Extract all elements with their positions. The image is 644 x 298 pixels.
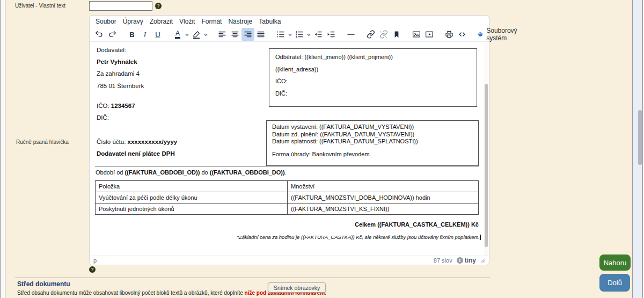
editor-toolbar: B I U A xyxy=(90,27,489,42)
indent-icon xyxy=(326,30,336,39)
highlight-color-chevron-icon[interactable] xyxy=(203,28,209,41)
customer-line: Odběratel: ((klient_jmeno)) ((klient_pri… xyxy=(275,54,471,61)
tiny-brand[interactable]: t tiny xyxy=(457,257,476,264)
editor-scrollbar[interactable] xyxy=(484,43,488,256)
scroll-up-button[interactable]: Nahoru xyxy=(599,255,631,271)
text-color-icon: A xyxy=(175,30,180,39)
image-button[interactable] xyxy=(410,28,423,41)
filesystem-button[interactable]: Souborový systém xyxy=(475,26,522,43)
bullet-list-button[interactable] xyxy=(274,28,287,41)
align-right-button[interactable] xyxy=(241,28,254,41)
link-icon xyxy=(366,30,376,39)
menu-view[interactable]: Zobrazit xyxy=(147,17,176,26)
items-header-row: Položka Množství xyxy=(96,181,479,192)
filesystem-icon xyxy=(478,30,483,39)
supplier-name: Petr Vyhnálek xyxy=(97,59,137,65)
redo-button[interactable] xyxy=(106,28,119,41)
items-row: Vyúčtování za péči podle délky úkonu ((F… xyxy=(96,192,479,203)
customer-line: IČO: xyxy=(275,78,471,85)
tiny-logo-icon: t xyxy=(457,257,463,264)
help-icon[interactable]: ? xyxy=(155,3,162,9)
indent-button[interactable] xyxy=(325,28,338,41)
align-center-icon xyxy=(230,30,240,39)
unlink-button[interactable] xyxy=(377,28,390,41)
date-taxable: Datum zd. plnění: ((FAKTURA_DATUM_VYSTAV… xyxy=(272,131,473,139)
align-left-icon xyxy=(217,30,227,39)
customer-line: ((klient_adresa)) xyxy=(275,66,471,73)
undo-icon xyxy=(94,30,104,39)
customer-line: DIČ: xyxy=(275,90,471,97)
underline-icon: U xyxy=(155,31,160,39)
page-scrollbar[interactable] xyxy=(632,0,644,298)
outdent-button[interactable] xyxy=(312,28,325,41)
section-heading: Střed dokumentu xyxy=(17,280,70,288)
bullet-list-chevron-icon[interactable] xyxy=(287,28,293,41)
numbered-list-chevron-icon[interactable] xyxy=(306,28,312,41)
menu-file[interactable]: Soubor xyxy=(92,17,120,26)
text-color-button[interactable]: A xyxy=(171,28,184,41)
resize-handle-icon[interactable] xyxy=(480,258,485,263)
help-icon[interactable]: ? xyxy=(89,266,96,273)
numbered-list-button[interactable] xyxy=(293,28,306,41)
media-icon xyxy=(425,30,434,39)
editor-content[interactable]: Dodavatel: Petr Vyhnálek Za zahradami 4 … xyxy=(90,42,489,257)
menu-format[interactable]: Formát xyxy=(198,17,225,26)
bold-icon: B xyxy=(129,31,134,39)
align-left-button[interactable] xyxy=(216,28,229,41)
link-button[interactable] xyxy=(364,28,377,41)
header-divider xyxy=(95,166,479,166)
print-button[interactable] xyxy=(443,28,456,41)
element-path[interactable]: p xyxy=(93,257,97,264)
date-issued: Datum vystavení: ((FAKTURA_DATUM_VYSTAVE… xyxy=(272,123,473,131)
redo-icon xyxy=(107,30,117,39)
underline-button[interactable]: U xyxy=(151,28,164,41)
highlight-pen-icon xyxy=(192,30,201,39)
horizontal-rule-button[interactable] xyxy=(345,28,357,41)
supplier-city: 785 01 Šternberk xyxy=(97,83,144,89)
italic-button[interactable]: I xyxy=(138,28,151,41)
align-justify-icon xyxy=(256,30,266,39)
footnote-line: *Základní cena za hodinu je ((FAKTURA_CA… xyxy=(95,234,481,240)
menu-table[interactable]: Tabulka xyxy=(255,17,284,26)
align-justify-button[interactable] xyxy=(254,28,267,41)
menu-insert[interactable]: Vložit xyxy=(176,17,198,26)
bookmark-icon xyxy=(392,30,401,39)
filesystem-label: Souborový systém xyxy=(486,27,520,42)
screenshot-button[interactable]: Snímek obrazovky xyxy=(268,282,326,293)
bookmark-button[interactable] xyxy=(390,28,403,41)
horizontal-rule-icon xyxy=(346,30,356,39)
supplier-ico: IČO: 1234567 xyxy=(97,103,135,109)
supplier-vat-note: Dodavatel není plátce DPH xyxy=(97,150,175,157)
editor-menubar: Soubor Úpravy Zobrazit Vložit Formát Nás… xyxy=(90,16,489,27)
items-table: Položka Množství Vyúčtování za péči podl… xyxy=(95,180,479,215)
billing-period: Období od ((FAKTURA_OBDOBI_OD)) do ((FAK… xyxy=(96,169,287,176)
media-button[interactable] xyxy=(423,28,436,41)
editor-scrollbar-thumb[interactable] xyxy=(485,84,488,247)
page-scrollbar-thumb[interactable] xyxy=(638,110,642,165)
left-border-rail xyxy=(0,0,5,298)
align-right-icon xyxy=(243,30,253,39)
undo-button[interactable] xyxy=(93,28,106,41)
supplier-title: Dodavatel: xyxy=(97,47,126,53)
supplier-dic: DIČ: xyxy=(97,114,109,121)
items-col-header: Položka xyxy=(96,181,288,192)
image-icon xyxy=(412,30,421,39)
tiny-brand-label: tiny xyxy=(465,257,476,264)
dates-box: Datum vystavení: ((FAKTURA_DATUM_VYSTAVE… xyxy=(266,120,479,166)
menu-tools[interactable]: Nástroje xyxy=(225,17,255,26)
align-center-button[interactable] xyxy=(229,28,241,41)
items-row: Poskytnutí jednotných úkonů ((FAKTURA_MN… xyxy=(96,203,479,215)
user-text-input[interactable] xyxy=(89,1,152,11)
items-col-header: Množství xyxy=(288,181,479,192)
text-color-chevron-icon[interactable] xyxy=(184,28,190,41)
menu-edit[interactable]: Úpravy xyxy=(120,17,147,26)
bullet-list-icon xyxy=(276,30,286,39)
page: Uživatel - Vlastní text ? Ručně psaná hl… xyxy=(0,0,644,298)
source-code-button[interactable] xyxy=(456,28,469,41)
bold-button[interactable]: B xyxy=(126,28,138,41)
word-count: 87 slov xyxy=(434,257,452,264)
scroll-down-button[interactable]: Dolů xyxy=(599,274,630,292)
section-divider xyxy=(15,278,490,278)
highlight-color-button[interactable] xyxy=(190,28,203,41)
text-cursor xyxy=(480,235,481,240)
